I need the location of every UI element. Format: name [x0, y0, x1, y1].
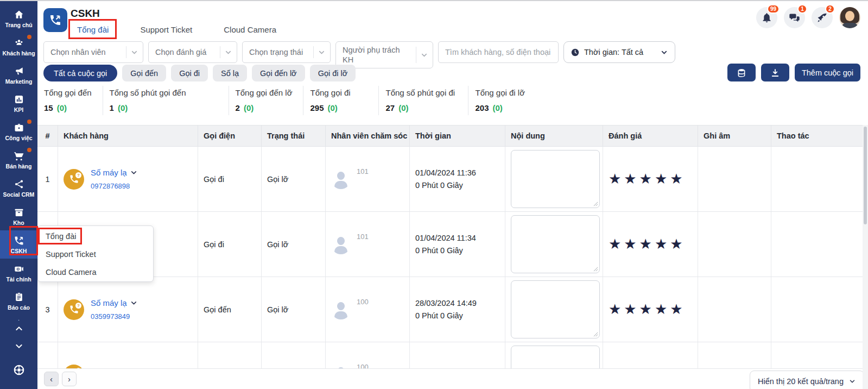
select-status[interactable]: Chọn trạng thái — [242, 41, 331, 63]
sidebar-item-label: CSKH — [11, 248, 27, 254]
download-icon — [770, 68, 780, 78]
filter-unknown[interactable]: Số lạ — [213, 65, 247, 81]
sidebar-more-dot: . — [0, 315, 37, 322]
call-type-cell: Gọi đến — [198, 277, 262, 342]
filter-missed-incoming[interactable]: Gọi đến lỡ — [252, 65, 305, 81]
rocket-button[interactable]: 2 — [812, 7, 833, 28]
recording-cell — [698, 212, 771, 277]
bell-icon — [761, 12, 772, 23]
page-size-select[interactable]: Hiển thị 20 kết quả/trang — [750, 371, 864, 389]
search-input[interactable] — [438, 41, 559, 63]
page-title: CSKH — [71, 8, 100, 20]
sidebar-item-label: Báo cáo — [8, 304, 30, 311]
tab-tong-dai[interactable]: Tổng đài — [71, 23, 115, 39]
customer-phone-link[interactable]: 0359973849 — [91, 312, 137, 321]
header-icons: 99 1 2 — [756, 7, 860, 28]
sidebar-item-tasks[interactable]: Công việc — [0, 117, 37, 146]
box-icon — [14, 207, 24, 218]
clipboard-icon — [14, 292, 24, 303]
stat-total-incoming: Tổng gọi đến 15(0) — [37, 86, 103, 115]
notification-dot — [27, 35, 31, 39]
agent-avatar — [331, 170, 351, 189]
data-source-button[interactable] — [727, 64, 756, 81]
submenu-item-support-ticket[interactable]: Support Ticket — [38, 245, 153, 263]
tab-cloud-camera[interactable]: Cloud Camera — [217, 23, 283, 39]
sidebar-item-cskh[interactable]: CSKH — [0, 230, 37, 259]
sidebar-item-kpi[interactable]: KPI — [0, 89, 37, 117]
module-tabs: Tổng đài Support Ticket Cloud Camera — [71, 23, 283, 39]
sidebar-item-sales[interactable]: Bán hàng — [0, 146, 37, 174]
stat-total-outgoing: Tổng gọi đi 295(0) — [303, 86, 379, 115]
messages-button[interactable]: 1 — [784, 7, 805, 28]
chevron-down-icon — [420, 51, 428, 59]
phone-outgoing-icon — [49, 14, 62, 27]
sidebar-scroll-up[interactable] — [0, 322, 37, 336]
sidebar-item-label: Kho — [13, 219, 24, 226]
notification-dot — [27, 148, 31, 152]
cskh-submenu: Tổng đài Support Ticket Cloud Camera — [37, 225, 154, 282]
note-textarea[interactable] — [511, 150, 600, 208]
select-employee[interactable]: Chọn nhân viên — [43, 41, 143, 63]
download-button[interactable] — [761, 64, 789, 81]
rating-stars[interactable]: ★★★★★ — [609, 301, 686, 318]
tab-support-ticket[interactable]: Support Ticket — [134, 23, 199, 39]
sidebar-scroll-down[interactable] — [0, 339, 37, 353]
sidebar-item-customers[interactable]: Khách hàng — [0, 33, 37, 61]
rocket-icon — [816, 12, 828, 23]
sidebar-help[interactable] — [0, 361, 37, 379]
sidebar-item-finance[interactable]: Tài chính — [0, 259, 37, 287]
filter-all-calls[interactable]: Tất cả cuộc gọi — [43, 65, 117, 81]
add-call-button[interactable]: Thêm cuộc gọi — [795, 64, 860, 81]
time-filter-select[interactable]: Thời gian: Tất cả — [563, 41, 675, 63]
notification-badge: 2 — [825, 4, 835, 14]
note-textarea[interactable] — [511, 280, 600, 338]
note-cell — [505, 212, 603, 277]
bottom-bar: ‹ › Hiển thị 20 kết quả/trang — [37, 368, 868, 389]
chevron-down-icon — [130, 299, 137, 306]
call-type-cell: Gọi đi — [198, 212, 262, 277]
chevron-down-icon — [130, 169, 137, 176]
pagination-next-button[interactable]: › — [62, 372, 77, 386]
note-textarea[interactable] — [511, 215, 600, 273]
rating-stars[interactable]: ★★★★★ — [609, 236, 686, 253]
agent-avatar — [331, 235, 351, 254]
recording-cell — [698, 147, 771, 211]
customer-phone-link[interactable]: 0972876898 — [91, 182, 137, 190]
sidebar-item-home[interactable]: Trang chủ — [0, 4, 37, 33]
notification-dot — [27, 120, 31, 124]
filter-incoming[interactable]: Gọi đến — [122, 65, 166, 81]
sidebar-item-social-crm[interactable]: Social CRM — [0, 174, 37, 202]
agent-avatar — [331, 300, 351, 319]
customer-name-link[interactable]: Số máy lạ — [91, 298, 137, 308]
filter-missed-outgoing[interactable]: Gọi đi lỡ — [310, 65, 356, 81]
user-avatar[interactable] — [839, 7, 860, 28]
rating-stars[interactable]: ★★★★★ — [609, 171, 686, 187]
sidebar-item-label: Khách hàng — [2, 50, 35, 57]
submenu-item-tong-dai[interactable]: Tổng đài — [38, 227, 153, 245]
chevron-down-icon — [318, 48, 326, 57]
actions-cell — [771, 277, 863, 342]
sidebar-item-label: Tài chính — [6, 276, 31, 283]
filter-outgoing[interactable]: Gọi đi — [171, 65, 208, 81]
select-rating[interactable]: Chọn đánh giá — [148, 41, 237, 63]
sidebar: Trang chủ Khách hàng Marketing KPI Công … — [0, 1, 37, 389]
status-cell: Gọi lỡ — [262, 147, 326, 211]
bar-chart-icon — [14, 94, 24, 105]
megaphone-icon — [14, 66, 24, 77]
pagination-prev-button[interactable]: ‹ — [44, 372, 59, 386]
sidebar-item-marketing[interactable]: Marketing — [0, 61, 37, 89]
submenu-item-cloud-camera[interactable]: Cloud Camera — [38, 263, 153, 281]
cart-icon — [14, 150, 24, 161]
customer-name-link[interactable]: Số máy lạ — [91, 168, 137, 177]
recording-cell — [698, 277, 771, 342]
sidebar-item-label: Marketing — [5, 78, 33, 85]
camera-icon — [14, 263, 24, 274]
sidebar-item-warehouse[interactable]: Kho — [0, 202, 37, 230]
notification-badge: 1 — [797, 4, 807, 14]
scrollbar-thumb[interactable] — [864, 127, 867, 224]
main-content: CSKH Tổng đài Support Ticket Cloud Camer… — [37, 1, 868, 389]
notifications-button[interactable]: 99 — [756, 7, 777, 28]
question-badge: ? — [75, 172, 81, 178]
sidebar-item-reports[interactable]: Báo cáo — [0, 287, 37, 315]
sidebar-item-label: Công việc — [5, 135, 32, 141]
